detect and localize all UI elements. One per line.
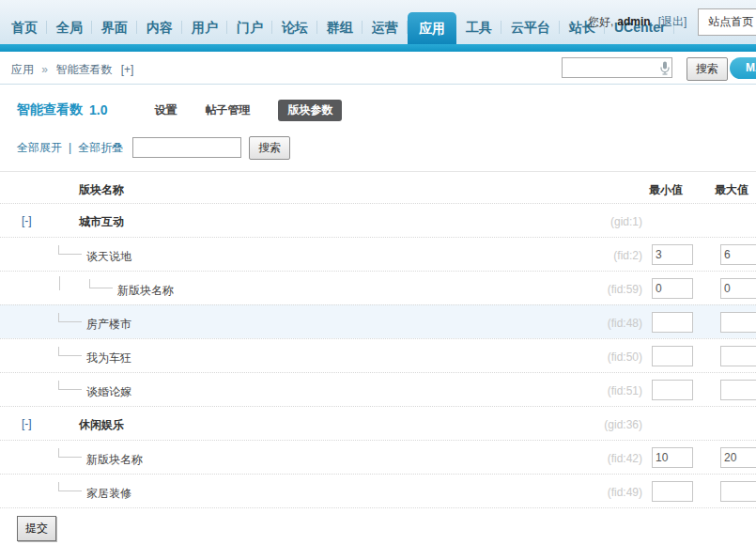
toolbar-divider: |	[69, 141, 71, 154]
site-home-button[interactable]: 站点首页	[698, 8, 756, 36]
submit-row: 提交	[17, 516, 756, 541]
tree-line-icon	[59, 276, 60, 290]
nav-item[interactable]: 运营	[363, 13, 408, 41]
plugin-title: 智能查看数	[17, 101, 83, 118]
breadcrumb-expand-link[interactable]: [+]	[121, 63, 134, 76]
tree-branch-icon	[89, 279, 113, 288]
submit-button[interactable]: 提交	[17, 516, 56, 541]
board-id-label: (fid:2)	[613, 249, 642, 262]
group-row: [-]休闲娱乐(gid:36)	[0, 406, 756, 440]
user-area: 您好, admin [退出] 站点首页	[588, 0, 756, 43]
plugin-tab[interactable]: 帖子管理	[205, 102, 250, 118]
plugin-version: 1.0	[89, 102, 107, 117]
board-filter-input[interactable]	[132, 137, 241, 158]
forum-name: 我为车狂	[86, 350, 131, 366]
max-value-input[interactable]	[720, 312, 756, 333]
board-filter-search-button[interactable]: 搜索	[249, 136, 290, 160]
board-id-label: (fid:48)	[608, 317, 642, 330]
max-value-input[interactable]	[720, 380, 756, 400]
group-name: 城市互动	[79, 214, 124, 230]
forum-name: 谈天说地	[86, 249, 131, 265]
board-id-label: (fid:51)	[608, 384, 642, 397]
forum-name: 家居装修	[86, 486, 131, 502]
board-table-header: 版块名称 最小值 最大值	[0, 172, 756, 203]
map-button[interactable]: MAP	[730, 57, 756, 79]
board-id-label: (fid:49)	[608, 486, 642, 499]
forum-row: 新版块名称(fid:42)	[0, 440, 756, 474]
microphone-icon	[660, 61, 670, 75]
board-id-label: (fid:50)	[608, 350, 642, 364]
main-nav: 首页全局界面内容用户门户论坛群组运营应用工具云平台站长UCenter	[2, 12, 674, 44]
forum-row: 房产楼市(fid:48)	[0, 304, 756, 338]
breadcrumb-current: 智能查看数	[55, 63, 112, 76]
username: admin	[617, 15, 650, 28]
max-value-input[interactable]	[720, 278, 756, 299]
tree-branch-icon	[58, 482, 82, 491]
accent-bar	[0, 44, 756, 52]
min-value-input[interactable]	[652, 447, 693, 468]
admin-search-input[interactable]	[562, 57, 672, 78]
breadcrumb-bar: 应用 » 智能查看数 [+] 搜索 MAP	[0, 52, 756, 85]
column-header-name: 版块名称	[79, 182, 124, 198]
board-id-label: (fid:42)	[608, 452, 642, 465]
nav-item[interactable]: 应用	[408, 12, 456, 44]
min-value-input[interactable]	[652, 481, 693, 502]
nav-item[interactable]: 门户	[227, 13, 272, 41]
column-header-max: 最大值	[715, 182, 748, 198]
min-value-input[interactable]	[652, 244, 693, 265]
tree-branch-icon	[58, 347, 82, 356]
nav-item[interactable]: 云平台	[501, 13, 560, 41]
collapse-toggle[interactable]: [-]	[22, 214, 32, 227]
nav-item[interactable]: 用户	[182, 13, 227, 41]
max-value-input[interactable]	[720, 244, 756, 265]
min-value-input[interactable]	[652, 346, 693, 366]
greeting-text: 您好,	[588, 14, 613, 30]
plugin-tab[interactable]: 设置	[154, 102, 177, 118]
logout-link[interactable]: [退出]	[658, 14, 687, 30]
max-value-input[interactable]	[720, 481, 756, 502]
expand-all-link[interactable]: 全部展开	[17, 140, 62, 156]
plugin-tabs: 设置帖子管理版块参数	[154, 100, 342, 121]
breadcrumb-section-link[interactable]: 应用	[11, 63, 34, 76]
max-value-input[interactable]	[720, 447, 756, 468]
breadcrumb-separator: »	[41, 63, 48, 76]
plugin-header: 智能查看数 1.0 设置帖子管理版块参数	[17, 96, 756, 124]
nav-item[interactable]: 内容	[137, 13, 182, 41]
forum-row: 谈天说地(fid:2)	[0, 237, 756, 271]
top-navigation: 首页全局界面内容用户门户论坛群组运营应用工具云平台站长UCenter 您好, a…	[0, 0, 756, 44]
min-value-input[interactable]	[652, 312, 693, 333]
forum-name: 新版块名称	[86, 452, 143, 468]
tree-branch-icon	[58, 381, 82, 390]
tree-toolbar: 全部展开 | 全部折叠 搜索	[17, 136, 756, 159]
forum-row: 新版块名称(fid:59)	[0, 271, 756, 304]
tree-branch-icon	[58, 448, 82, 458]
tree-branch-icon	[58, 245, 82, 255]
board-id-label: (gid:1)	[610, 215, 642, 228]
forum-name: 谈婚论嫁	[86, 384, 131, 400]
forum-row: 谈婚论嫁(fid:51)	[0, 372, 756, 406]
tree-branch-icon	[58, 313, 82, 322]
min-value-input[interactable]	[652, 380, 693, 400]
nav-item[interactable]: 界面	[92, 13, 137, 41]
nav-item[interactable]: 论坛	[272, 13, 317, 41]
group-row: [-]城市互动(gid:1)	[0, 203, 756, 237]
nav-item[interactable]: 全局	[47, 13, 92, 41]
nav-item[interactable]: 工具	[456, 13, 501, 41]
column-header-min: 最小值	[649, 182, 683, 198]
min-value-input[interactable]	[652, 278, 693, 299]
nav-item[interactable]: 群组	[317, 13, 363, 41]
board-id-label: (fid:59)	[608, 283, 642, 296]
collapse-all-link[interactable]: 全部折叠	[78, 140, 123, 156]
collapse-toggle[interactable]: [-]	[22, 417, 32, 430]
forum-row: 家居装修(fid:49)	[0, 474, 756, 507]
board-table-body: [-]城市互动(gid:1)谈天说地(fid:2)新版块名称(fid:59)房产…	[0, 203, 756, 507]
plugin-tab[interactable]: 版块参数	[278, 100, 342, 121]
admin-search-button[interactable]: 搜索	[687, 57, 728, 81]
group-name: 休闲娱乐	[79, 417, 124, 433]
max-value-input[interactable]	[720, 346, 756, 366]
forum-name: 新版块名称	[117, 283, 174, 299]
forum-row: 我为车狂(fid:50)	[0, 338, 756, 372]
nav-item[interactable]: 首页	[2, 13, 47, 41]
forum-name: 房产楼市	[86, 317, 131, 333]
breadcrumb: 应用 » 智能查看数 [+]	[11, 62, 133, 78]
